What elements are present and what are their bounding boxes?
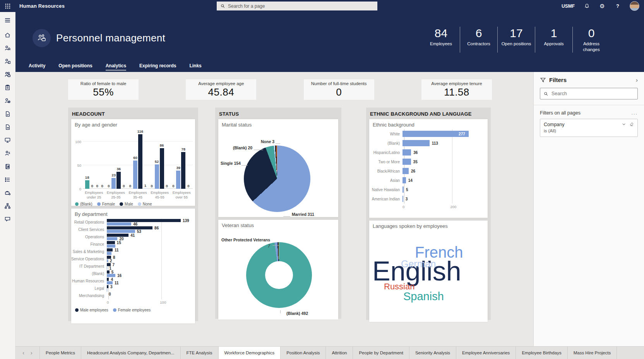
ethnic-background-bar-chart[interactable]: 0200White277(Blank)113Hispanic/Latino36T…	[369, 129, 488, 210]
kpi-tile[interactable]: 1Approvals	[535, 27, 572, 53]
bar-male[interactable]	[107, 226, 152, 229]
personnel-management-icon[interactable]	[0, 68, 15, 81]
summary-card[interactable]: Average employee age45.84	[186, 79, 256, 100]
department-chart-card[interactable]: By department 0100Retail Operations13946…	[71, 209, 195, 323]
report-tab-headcount-analysis-company-departmen[interactable]: Headcount Analysis Company, Departmen...	[81, 347, 180, 359]
bar-female[interactable]	[133, 161, 137, 189]
briefcase-check-icon[interactable]	[0, 186, 15, 199]
tab-activity[interactable]: Activity	[29, 63, 45, 72]
bar-none[interactable]	[143, 188, 147, 189]
bar-two-or-more[interactable]	[402, 159, 411, 165]
report-tab-people-by-department[interactable]: People by Department	[353, 347, 409, 359]
bar-male[interactable]	[107, 241, 115, 244]
bar-female[interactable]	[107, 274, 115, 277]
filter-search-box[interactable]	[540, 88, 638, 99]
report-tab-people-metrics[interactable]: People Metrics	[39, 347, 81, 359]
org-structure-icon[interactable]	[0, 199, 15, 212]
report-tab-seniority-analysis[interactable]: Seniority Analysis	[409, 347, 456, 359]
bar-female[interactable]	[107, 230, 135, 233]
filter-search-input[interactable]	[552, 91, 634, 96]
user-avatar[interactable]	[630, 1, 639, 11]
bar-male[interactable]	[107, 285, 108, 288]
word-french[interactable]: French	[415, 244, 463, 260]
veteran-status-donut[interactable]: Other Protected Veterans7(Blank) 492	[218, 229, 338, 320]
bar-male[interactable]	[160, 148, 164, 189]
bar-female[interactable]	[107, 244, 115, 248]
kpi-tile[interactable]: 0Address changes	[572, 27, 610, 53]
ethnic-background-card[interactable]: Ethnic background 0200White277(Blank)113…	[369, 119, 488, 218]
clipboard-tasks-icon[interactable]	[0, 81, 15, 94]
languages-card[interactable]: Languages spoken by employees EnglishFre…	[369, 221, 488, 322]
word-russian[interactable]: Russian	[384, 282, 414, 291]
report-tab-fte-analysis[interactable]: FTE Analysis	[181, 347, 219, 359]
tab-links[interactable]: Links	[189, 63, 201, 72]
report-tab-attrition[interactable]: Attrition	[326, 347, 353, 359]
kpi-tile[interactable]: 17Open positions	[497, 27, 535, 53]
page-search-input[interactable]	[228, 3, 374, 9]
bar-male[interactable]	[107, 219, 181, 222]
document-approve-icon[interactable]	[0, 107, 15, 120]
help-icon[interactable]: ?	[614, 3, 621, 10]
age-gender-chart-card[interactable]: By age and gender 0501001800002336006011…	[71, 119, 195, 206]
document-send-icon[interactable]	[0, 120, 15, 133]
menu-toggle-icon[interactable]	[0, 12, 15, 28]
bar-american-indian[interactable]	[402, 196, 403, 202]
person-page-icon[interactable]	[0, 55, 15, 68]
bar-female[interactable]	[107, 222, 131, 226]
bar-female[interactable]	[107, 281, 113, 284]
notifications-icon[interactable]	[583, 3, 590, 10]
bar-male[interactable]	[107, 234, 128, 237]
bar-male[interactable]	[181, 152, 185, 189]
tab-analytics[interactable]: Analytics	[106, 63, 126, 72]
bar-female[interactable]	[107, 259, 108, 262]
report-tab-employee-anniversaries[interactable]: Employee Anniversaries	[456, 347, 516, 359]
bar-female[interactable]	[111, 178, 116, 189]
bar--blank-[interactable]	[402, 140, 430, 146]
age-gender-column-chart[interactable]: 050100180000233600601161052860039780Empl…	[71, 130, 195, 209]
bar-female[interactable]	[107, 267, 107, 270]
more-options-icon[interactable]: ...	[632, 110, 638, 116]
tab-open-positions[interactable]: Open positions	[58, 63, 92, 72]
word-german[interactable]: German	[401, 259, 436, 269]
bar-native-hawaiian[interactable]	[402, 186, 404, 193]
bar-female[interactable]	[107, 237, 117, 240]
bar-male[interactable]	[107, 248, 113, 251]
report-tab-employee-birthdays[interactable]: Employee Birthdays	[516, 347, 567, 359]
company-selector[interactable]: USMF	[562, 3, 575, 9]
report-tab-position-analysis[interactable]: Position Analysis	[281, 347, 326, 359]
veteran-status-card[interactable]: Veteran status Other Protected Veterans7…	[218, 220, 338, 320]
settings-gear-icon[interactable]: ⚙	[599, 3, 606, 10]
summary-card[interactable]: Number of full-time students0	[304, 79, 374, 100]
person-status-icon[interactable]	[0, 94, 15, 107]
person-presenter-icon[interactable]	[0, 147, 15, 160]
report-tab-workforce-demographics[interactable]: Workforce Demographics	[219, 347, 281, 359]
kpi-tile[interactable]: 6Contractors	[460, 27, 497, 53]
people-search-icon[interactable]	[0, 41, 15, 55]
tab-expiring-records[interactable]: Expiring records	[139, 63, 176, 72]
marital-status-card[interactable]: Marital status Married 311Single 154(Bla…	[218, 119, 338, 217]
clear-filter-eraser-icon[interactable]	[629, 122, 634, 127]
report-tab-mass-hire-projects[interactable]: Mass Hire Projects	[568, 347, 617, 359]
prev-page-icon[interactable]: ‹	[22, 350, 24, 356]
collapse-pane-icon[interactable]: ›	[636, 77, 638, 83]
languages-word-cloud[interactable]: EnglishFrenchGermanSpanishRussian	[369, 230, 488, 320]
kpi-tile[interactable]: 84Employees	[422, 27, 460, 53]
app-launcher-icon[interactable]	[0, 0, 15, 12]
bar-hispanic-latino[interactable]	[402, 149, 411, 156]
next-page-icon[interactable]: ›	[31, 350, 33, 356]
bar-female[interactable]	[176, 171, 180, 189]
bar-female[interactable]	[107, 252, 111, 255]
department-bar-chart[interactable]: 0100Retail Operations13946Client Service…	[71, 219, 195, 315]
summary-card[interactable]: Ratio of female to male55%	[68, 79, 139, 100]
bar-male[interactable]	[107, 270, 110, 274]
task-list-icon[interactable]	[0, 173, 15, 186]
records-lock-icon[interactable]	[0, 160, 15, 173]
devices-report-icon[interactable]	[0, 133, 15, 147]
bar-male[interactable]	[138, 134, 142, 189]
word-spanish[interactable]: Spanish	[403, 291, 444, 302]
summary-card[interactable]: Average employee tenure11.58	[421, 79, 492, 100]
bar-female[interactable]	[107, 289, 107, 292]
bar-black-african[interactable]	[402, 168, 409, 174]
bar-female[interactable]	[155, 164, 159, 189]
bar-asian[interactable]	[402, 177, 406, 183]
